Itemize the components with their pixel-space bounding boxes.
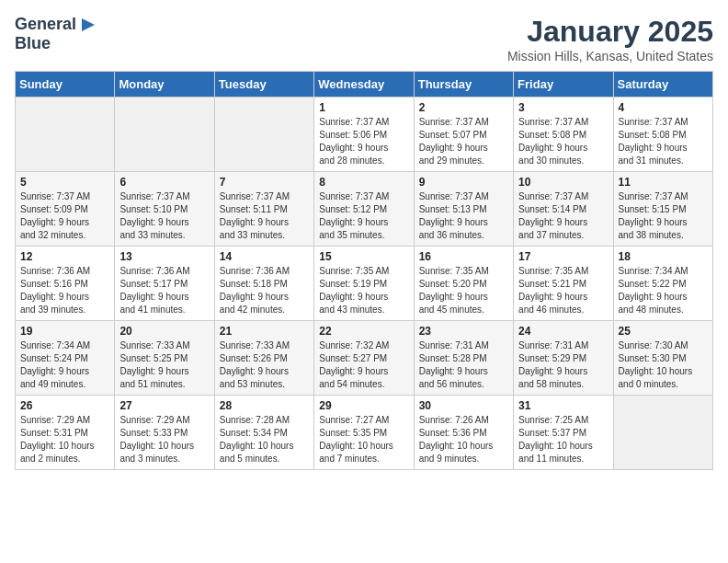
day-content: Sunrise: 7:25 AM Sunset: 5:37 PM Dayligh… [518, 414, 608, 465]
day-content: Sunrise: 7:37 AM Sunset: 5:08 PM Dayligh… [619, 116, 708, 167]
weekday-header-wednesday: Wednesday [314, 72, 414, 98]
calendar-cell: 4Sunrise: 7:37 AM Sunset: 5:08 PM Daylig… [613, 98, 712, 172]
calendar-cell: 31Sunrise: 7:25 AM Sunset: 5:37 PM Dayli… [514, 396, 613, 470]
day-number: 8 [319, 176, 408, 189]
calendar-cell [613, 396, 712, 470]
weekday-header-tuesday: Tuesday [214, 72, 313, 98]
weekday-header-monday: Monday [115, 72, 214, 98]
calendar-cell: 27Sunrise: 7:29 AM Sunset: 5:33 PM Dayli… [115, 396, 214, 470]
day-number: 23 [419, 325, 508, 338]
logo-general: General [15, 16, 76, 34]
weekday-header-thursday: Thursday [414, 72, 513, 98]
day-content: Sunrise: 7:34 AM Sunset: 5:24 PM Dayligh… [20, 339, 109, 391]
calendar-cell: 3Sunrise: 7:37 AM Sunset: 5:08 PM Daylig… [514, 98, 613, 172]
calendar-cell: 14Sunrise: 7:36 AM Sunset: 5:18 PM Dayli… [214, 247, 313, 321]
day-content: Sunrise: 7:37 AM Sunset: 5:11 PM Dayligh… [220, 190, 309, 242]
day-number: 31 [518, 399, 608, 412]
calendar-week-row: 26Sunrise: 7:29 AM Sunset: 5:31 PM Dayli… [16, 396, 713, 470]
calendar-cell: 18Sunrise: 7:34 AM Sunset: 5:22 PM Dayli… [613, 247, 712, 321]
day-content: Sunrise: 7:31 AM Sunset: 5:29 PM Dayligh… [518, 339, 608, 391]
day-number: 10 [518, 176, 608, 189]
day-content: Sunrise: 7:30 AM Sunset: 5:30 PM Dayligh… [619, 339, 708, 391]
day-content: Sunrise: 7:37 AM Sunset: 5:09 PM Dayligh… [20, 190, 109, 242]
month-title: January 2025 [507, 15, 713, 49]
day-content: Sunrise: 7:29 AM Sunset: 5:33 PM Dayligh… [119, 414, 209, 465]
calendar-cell: 5Sunrise: 7:37 AM Sunset: 5:09 PM Daylig… [16, 172, 115, 247]
calendar-week-row: 5Sunrise: 7:37 AM Sunset: 5:09 PM Daylig… [16, 172, 713, 247]
calendar-cell: 8Sunrise: 7:37 AM Sunset: 5:12 PM Daylig… [314, 172, 414, 247]
calendar-cell: 22Sunrise: 7:32 AM Sunset: 5:27 PM Dayli… [314, 321, 414, 396]
day-number: 3 [518, 101, 608, 114]
calendar-cell [115, 98, 214, 172]
calendar-cell [214, 98, 313, 172]
page-header: General Blue January 2025 Mission Hills,… [15, 15, 713, 63]
calendar-cell: 10Sunrise: 7:37 AM Sunset: 5:14 PM Dayli… [514, 172, 613, 247]
day-number: 17 [518, 250, 608, 263]
day-number: 21 [220, 325, 309, 338]
day-number: 20 [119, 325, 209, 338]
day-content: Sunrise: 7:35 AM Sunset: 5:20 PM Dayligh… [419, 265, 508, 316]
day-number: 28 [220, 399, 309, 412]
title-section: January 2025 Mission Hills, Kansas, Unit… [507, 15, 713, 63]
calendar-cell: 30Sunrise: 7:26 AM Sunset: 5:36 PM Dayli… [414, 396, 513, 470]
day-number: 22 [319, 325, 408, 338]
calendar-cell: 2Sunrise: 7:37 AM Sunset: 5:07 PM Daylig… [414, 98, 513, 172]
day-content: Sunrise: 7:33 AM Sunset: 5:25 PM Dayligh… [119, 339, 209, 391]
day-content: Sunrise: 7:32 AM Sunset: 5:27 PM Dayligh… [319, 339, 408, 391]
day-number: 29 [319, 399, 408, 412]
day-number: 7 [220, 176, 309, 189]
day-content: Sunrise: 7:37 AM Sunset: 5:07 PM Dayligh… [419, 116, 508, 167]
calendar-cell: 28Sunrise: 7:28 AM Sunset: 5:34 PM Dayli… [214, 396, 313, 470]
calendar-cell: 7Sunrise: 7:37 AM Sunset: 5:11 PM Daylig… [214, 172, 313, 247]
location: Mission Hills, Kansas, United States [507, 49, 713, 63]
calendar-cell: 29Sunrise: 7:27 AM Sunset: 5:35 PM Dayli… [314, 396, 414, 470]
day-number: 26 [20, 399, 109, 412]
day-number: 13 [119, 250, 209, 263]
calendar-cell: 20Sunrise: 7:33 AM Sunset: 5:25 PM Dayli… [115, 321, 214, 396]
calendar-cell: 17Sunrise: 7:35 AM Sunset: 5:21 PM Dayli… [514, 247, 613, 321]
day-content: Sunrise: 7:31 AM Sunset: 5:28 PM Dayligh… [419, 339, 508, 391]
logo-blue: Blue [15, 35, 51, 53]
day-content: Sunrise: 7:27 AM Sunset: 5:35 PM Dayligh… [319, 414, 408, 465]
svg-marker-0 [82, 18, 95, 31]
day-number: 19 [20, 325, 109, 338]
calendar-cell: 15Sunrise: 7:35 AM Sunset: 5:19 PM Dayli… [314, 247, 414, 321]
calendar-cell: 19Sunrise: 7:34 AM Sunset: 5:24 PM Dayli… [16, 321, 115, 396]
calendar-cell [16, 98, 115, 172]
calendar-cell: 24Sunrise: 7:31 AM Sunset: 5:29 PM Dayli… [514, 321, 613, 396]
day-number: 30 [419, 399, 508, 412]
day-content: Sunrise: 7:29 AM Sunset: 5:31 PM Dayligh… [20, 414, 109, 465]
day-content: Sunrise: 7:34 AM Sunset: 5:22 PM Dayligh… [619, 265, 708, 316]
day-content: Sunrise: 7:28 AM Sunset: 5:34 PM Dayligh… [220, 414, 309, 465]
day-content: Sunrise: 7:33 AM Sunset: 5:26 PM Dayligh… [220, 339, 309, 391]
calendar-cell: 12Sunrise: 7:36 AM Sunset: 5:16 PM Dayli… [16, 247, 115, 321]
day-number: 25 [619, 325, 708, 338]
day-content: Sunrise: 7:37 AM Sunset: 5:10 PM Dayligh… [119, 190, 209, 242]
calendar-cell: 1Sunrise: 7:37 AM Sunset: 5:06 PM Daylig… [314, 98, 414, 172]
calendar-cell: 26Sunrise: 7:29 AM Sunset: 5:31 PM Dayli… [16, 396, 115, 470]
day-number: 11 [619, 176, 708, 189]
day-content: Sunrise: 7:36 AM Sunset: 5:16 PM Dayligh… [20, 265, 109, 316]
day-content: Sunrise: 7:37 AM Sunset: 5:13 PM Dayligh… [419, 190, 508, 242]
day-number: 12 [20, 250, 109, 263]
day-number: 4 [619, 101, 708, 114]
calendar-week-row: 19Sunrise: 7:34 AM Sunset: 5:24 PM Dayli… [16, 321, 713, 396]
day-content: Sunrise: 7:35 AM Sunset: 5:19 PM Dayligh… [319, 265, 408, 316]
day-content: Sunrise: 7:37 AM Sunset: 5:06 PM Dayligh… [319, 116, 408, 167]
day-number: 16 [419, 250, 508, 263]
day-number: 14 [220, 250, 309, 263]
day-number: 2 [419, 101, 508, 114]
calendar-cell: 21Sunrise: 7:33 AM Sunset: 5:26 PM Dayli… [214, 321, 313, 396]
day-content: Sunrise: 7:37 AM Sunset: 5:14 PM Dayligh… [518, 190, 608, 242]
day-number: 5 [20, 176, 109, 189]
weekday-header-sunday: Sunday [16, 72, 115, 98]
calendar-cell: 6Sunrise: 7:37 AM Sunset: 5:10 PM Daylig… [115, 172, 214, 247]
logo-arrow-icon [78, 15, 98, 35]
calendar-table: SundayMondayTuesdayWednesdayThursdayFrid… [15, 71, 713, 470]
weekday-header-friday: Friday [514, 72, 613, 98]
day-content: Sunrise: 7:36 AM Sunset: 5:17 PM Dayligh… [119, 265, 209, 316]
day-number: 9 [419, 176, 508, 189]
calendar-cell: 13Sunrise: 7:36 AM Sunset: 5:17 PM Dayli… [115, 247, 214, 321]
calendar-cell: 16Sunrise: 7:35 AM Sunset: 5:20 PM Dayli… [414, 247, 513, 321]
day-content: Sunrise: 7:26 AM Sunset: 5:36 PM Dayligh… [419, 414, 508, 465]
